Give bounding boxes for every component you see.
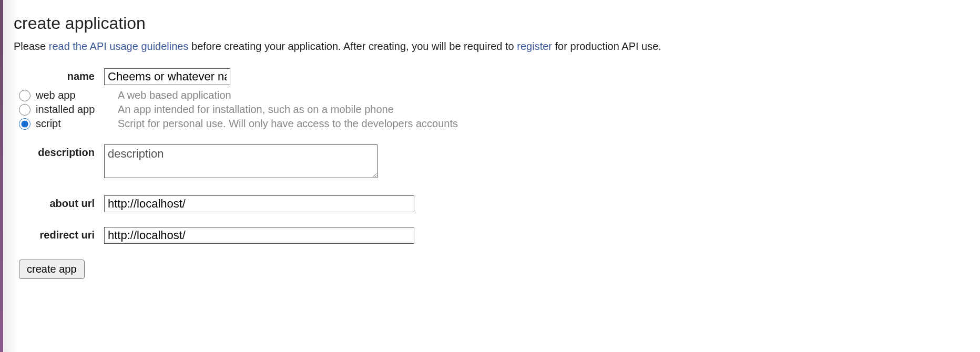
app-type-desc-installed: An app intended for installation, such a… (118, 103, 394, 116)
app-type-radio-script[interactable] (19, 118, 30, 130)
app-type-label-script: script (36, 118, 109, 130)
name-row: name (14, 68, 969, 85)
app-type-radio-installed[interactable] (19, 104, 30, 116)
left-accent-border (0, 0, 3, 352)
app-type-desc-script: Script for personal use. Will only have … (118, 118, 458, 130)
name-input[interactable] (104, 68, 230, 85)
redirect-uri-row: redirect uri (14, 227, 969, 244)
about-url-label: about url (14, 195, 104, 210)
about-url-row: about url (14, 195, 969, 212)
intro-prefix: Please (14, 40, 49, 52)
name-label: name (14, 68, 104, 82)
create-app-button[interactable]: create app (19, 260, 85, 279)
description-row: description (14, 144, 969, 181)
register-link[interactable]: register (517, 40, 552, 52)
api-guidelines-link[interactable]: read the API usage guidelines (49, 40, 189, 52)
intro-middle: before creating your application. After … (188, 40, 517, 52)
redirect-uri-label: redirect uri (14, 227, 104, 241)
app-type-option-script[interactable]: script Script for personal use. Will onl… (14, 118, 969, 130)
redirect-uri-input[interactable] (104, 227, 414, 244)
app-type-option-web[interactable]: web app A web based application (14, 89, 969, 101)
intro-text: Please read the API usage guidelines bef… (14, 40, 969, 53)
app-type-label-web: web app (36, 89, 109, 101)
app-type-radio-web[interactable] (19, 90, 30, 101)
app-type-radio-group: web app A web based application installe… (14, 89, 969, 130)
submit-row: create app (14, 260, 969, 279)
page-title: create application (14, 14, 969, 33)
app-type-desc-web: A web based application (118, 89, 231, 101)
intro-suffix: for production API use. (552, 40, 661, 52)
about-url-input[interactable] (104, 195, 414, 212)
app-type-option-installed[interactable]: installed app An app intended for instal… (14, 103, 969, 116)
create-application-panel: create application Please read the API u… (3, 0, 980, 289)
create-app-form: name web app A web based application ins… (14, 68, 969, 279)
description-label: description (14, 144, 104, 159)
app-type-label-installed: installed app (36, 103, 109, 116)
description-textarea[interactable] (104, 144, 377, 178)
